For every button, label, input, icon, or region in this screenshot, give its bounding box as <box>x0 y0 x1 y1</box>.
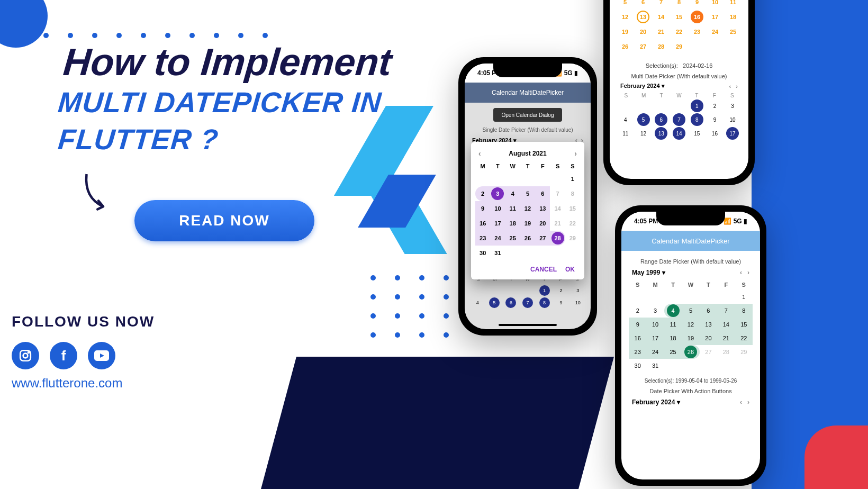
phone-mockup-2: 567891011 12131415161718 19202122232425 … <box>603 0 755 185</box>
prev-month-icon[interactable]: ‹ <box>478 149 481 158</box>
selection-text: Selection(s): 2024-02-16 <box>617 62 741 69</box>
month-selector-3[interactable]: May 1999 ▾‹ › <box>629 269 753 276</box>
facebook-icon[interactable]: f <box>50 342 77 369</box>
next-month-icon[interactable]: › <box>574 149 577 158</box>
social-icons: f <box>12 342 115 369</box>
decorative-dots <box>370 313 449 319</box>
app-bar: Calendar MaltiDatePicker <box>621 231 760 251</box>
bg-corner-top-left <box>0 0 48 48</box>
phone-mockup-3: 4:05 PM📶 5G ▮ Calendar MaltiDatePicker R… <box>615 205 766 486</box>
headline-1: How to Implement <box>61 40 393 84</box>
range-calendar-grid[interactable]: 1 2345678 9101112131415 16171819202122 2… <box>629 290 753 373</box>
dialog-month: August 2021 <box>509 150 546 157</box>
bg-stripe <box>752 0 868 489</box>
weekday-header-2: SMTWTFS <box>617 93 741 98</box>
bg-red-corner <box>804 425 868 489</box>
cancel-button[interactable]: CANCEL <box>530 266 557 273</box>
svg-point-1 <box>23 354 28 358</box>
website-url[interactable]: www.flutterone.com <box>12 376 122 391</box>
calendar-dialog: ‹August 2021› MTWTFSS 1 2345678 91011121… <box>471 142 584 279</box>
range-selection-text: Selection(s): 1999-05-04 to 1999-05-26 <box>629 378 753 384</box>
multi-calendar-grid[interactable]: 123 45678910 11121314151617 <box>617 99 741 140</box>
month-selector-4[interactable]: February 2024 ▾‹ › <box>629 399 753 406</box>
phone-notch <box>656 212 725 225</box>
flutter-logo-icon <box>328 106 445 254</box>
open-dialog-button[interactable]: Open Calendar Dialog <box>493 108 562 122</box>
action-picker-label: Date Picker With Action Buttons <box>629 388 753 394</box>
calendar-grid[interactable]: 1 2345678 9101112131415 16171819202122 2… <box>475 171 580 260</box>
read-now-label: READ NOW <box>179 212 270 229</box>
weekday-header: MTWTFSS <box>475 163 580 169</box>
multi-picker-label: Multi Date Picker (With default value) <box>617 73 741 79</box>
instagram-icon[interactable] <box>12 342 39 369</box>
svg-point-2 <box>28 352 29 353</box>
app-bar: Calendar MaltiDatePicker <box>465 83 591 103</box>
bg-calendar-grid: 123 45678910 <box>465 284 591 309</box>
decorative-dots <box>370 332 449 338</box>
bg-dark-shape <box>261 357 614 489</box>
home-indicator <box>499 324 557 326</box>
follow-label: FOLLOW US NOW <box>12 313 155 330</box>
read-now-button[interactable]: READ NOW <box>134 200 314 241</box>
decorative-dots <box>43 33 268 38</box>
phone-mockup-1: 4:05 PM📶 5G ▮ Calendar MaltiDatePicker O… <box>458 57 597 336</box>
decorative-dots <box>370 275 449 280</box>
single-picker-label: Single Date Picker (With default value) <box>465 127 591 133</box>
month-selector-2[interactable]: February 2024 ▾‹ › <box>617 83 741 89</box>
decorative-dots <box>370 294 449 300</box>
ok-button[interactable]: OK <box>565 266 575 273</box>
weekday-header-3: SMTWTFS <box>629 282 753 288</box>
phone-notch <box>493 64 562 77</box>
headline-3: FLUTTER ? <box>57 123 220 156</box>
orange-calendar-grid[interactable]: 567891011 12131415161718 19202122232425 … <box>617 0 741 53</box>
range-picker-label: Range Date Picker (With default value) <box>629 258 753 265</box>
youtube-icon[interactable] <box>88 342 115 369</box>
curved-arrow-icon <box>79 169 127 217</box>
